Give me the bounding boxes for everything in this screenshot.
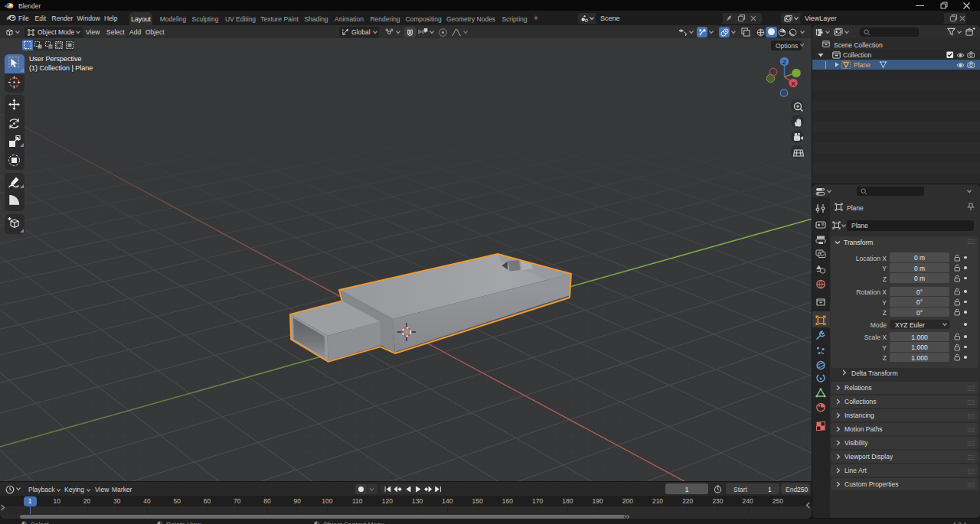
- svg-text:Z: Z: [782, 59, 786, 66]
- svg-text:X: X: [791, 80, 795, 87]
